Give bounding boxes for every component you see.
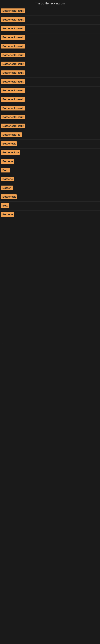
bottleneck-badge-16[interactable]: Bottleneck re [1, 150, 20, 155]
result-row-6: Bottleneck result [0, 60, 100, 69]
bottleneck-badge-22[interactable]: Bott [1, 203, 9, 208]
result-row-11: Bottleneck result [0, 104, 100, 113]
bottleneck-badge-8[interactable]: Bottleneck result [1, 79, 25, 84]
bottleneck-badge-17[interactable]: Bottlene [1, 159, 14, 164]
ellipsis-area: ... [0, 340, 100, 346]
bottleneck-badge-4[interactable]: Bottleneck result [1, 44, 25, 48]
bottleneck-badge-5[interactable]: Bottleneck result [1, 53, 25, 57]
bottleneck-badge-15[interactable]: Bottleneck [1, 141, 17, 146]
result-row-13: Bottleneck result [0, 122, 100, 131]
bottleneck-badge-23[interactable]: Bottlene [1, 212, 14, 217]
result-row-19: Bottlene [0, 175, 100, 184]
bottleneck-badge-14[interactable]: Bottleneck res [1, 132, 22, 137]
result-row-17: Bottlene [0, 158, 100, 166]
bottleneck-badge-12[interactable]: Bottleneck result [1, 115, 25, 119]
bottleneck-badge-0[interactable]: Bottleneck result [1, 8, 25, 13]
bottleneck-badge-18[interactable]: Bottl [1, 168, 10, 172]
bottleneck-badge-7[interactable]: Bottleneck result [1, 70, 25, 75]
result-row-12: Bottleneck result [0, 113, 100, 122]
result-row-8: Bottleneck result [0, 78, 100, 86]
result-row-2: Bottleneck result [0, 24, 100, 34]
result-row-1: Bottleneck result [0, 16, 100, 24]
result-row-21: Bottleneck [0, 193, 100, 202]
result-row-14: Bottleneck res [0, 131, 100, 140]
result-row-0: Bottleneck result [0, 7, 100, 16]
bottleneck-badge-3[interactable]: Bottleneck result [1, 35, 25, 40]
results-container: Bottleneck resultBottleneck resultBottle… [0, 7, 100, 219]
result-row-10: Bottleneck result [0, 96, 100, 104]
result-row-9: Bottleneck result [0, 86, 100, 96]
result-row-22: Bott [0, 202, 100, 210]
bottleneck-badge-9[interactable]: Bottleneck result [1, 88, 25, 93]
bottleneck-badge-19[interactable]: Bottlene [1, 177, 14, 181]
result-row-18: Bottl [0, 166, 100, 175]
result-row-7: Bottleneck result [0, 69, 100, 78]
result-row-3: Bottleneck result [0, 34, 100, 42]
result-row-16: Bottleneck re [0, 148, 100, 158]
bottleneck-badge-21[interactable]: Bottleneck [1, 194, 17, 199]
bottleneck-badge-6[interactable]: Bottleneck result [1, 62, 25, 66]
bottleneck-badge-20[interactable]: Bottlen [1, 186, 13, 190]
result-row-5: Bottleneck result [0, 51, 100, 60]
bottleneck-badge-10[interactable]: Bottleneck result [1, 97, 25, 102]
bottleneck-badge-1[interactable]: Bottleneck result [1, 17, 25, 22]
result-row-20: Bottlen [0, 184, 100, 193]
bottleneck-badge-2[interactable]: Bottleneck result [1, 26, 25, 31]
bottleneck-badge-11[interactable]: Bottleneck result [1, 106, 25, 110]
result-row-4: Bottleneck result [0, 42, 100, 51]
page-wrapper: TheBottlenecker.com Bottleneck resultBot… [0, 0, 100, 507]
bottleneck-badge-13[interactable]: Bottleneck result [1, 124, 25, 128]
result-row-15: Bottleneck [0, 140, 100, 148]
site-title: TheBottlenecker.com [0, 0, 100, 7]
result-row-23: Bottlene [0, 210, 100, 219]
